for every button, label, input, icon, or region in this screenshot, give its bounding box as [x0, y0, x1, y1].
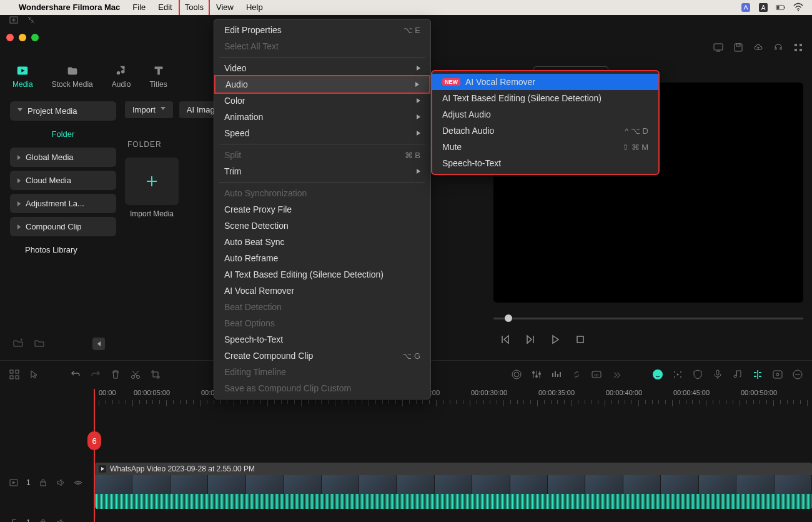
menu-view[interactable]: View: [210, 0, 240, 15]
timeline-clip[interactable]: WhatsApp Video 2023-09-28 at 2.55.00 PM: [95, 463, 812, 509]
svg-text:A: A: [761, 4, 766, 11]
tab-titles[interactable]: Titles: [149, 64, 167, 89]
folder-icon[interactable]: [34, 338, 45, 349]
screen-icon[interactable]: [713, 43, 723, 53]
lock-icon[interactable]: [38, 478, 48, 488]
shield-icon[interactable]: [692, 369, 703, 380]
mi-ai-text-editing-sub[interactable]: AI Text Based Editing (Silence Detection…: [432, 90, 658, 106]
window-traffic-lights[interactable]: [6, 34, 39, 41]
pointer-icon[interactable]: [29, 369, 40, 380]
input-source-icon[interactable]: A: [755, 3, 772, 13]
adjust-icon[interactable]: [531, 369, 542, 380]
menu-file[interactable]: File: [126, 0, 152, 15]
mute-icon[interactable]: [56, 478, 66, 488]
mi-auto-sync: Auto Synchronization: [214, 185, 430, 201]
mi-speech-to-text[interactable]: Speech-to-Text: [214, 331, 430, 348]
svg-rect-8: [714, 44, 723, 50]
stop-icon[interactable]: [575, 334, 586, 345]
mi-video[interactable]: Video: [214, 60, 430, 76]
unlink-icon[interactable]: [26, 15, 36, 25]
import-button[interactable]: Import: [125, 101, 173, 118]
ai-face-icon[interactable]: [652, 369, 663, 380]
menu-tools[interactable]: Tools: [179, 0, 210, 16]
mi-auto-reframe[interactable]: Auto Reframe: [214, 250, 430, 266]
mi-edit-properties[interactable]: Edit Properties⌥ E: [214, 22, 430, 38]
prev-frame-icon[interactable]: [500, 334, 511, 345]
sidebar-project-media[interactable]: Project Media: [10, 101, 116, 121]
sidebar-folder[interactable]: Folder: [10, 124, 116, 144]
wifi-icon[interactable]: [790, 3, 807, 13]
capture-icon[interactable]: [772, 369, 783, 380]
import-media-tile[interactable]: Import Media: [125, 158, 179, 218]
next-frame-icon[interactable]: [525, 334, 536, 345]
scrub-bar[interactable]: [493, 309, 803, 328]
align-icon[interactable]: [752, 369, 763, 380]
app-store-icon[interactable]: [737, 3, 755, 13]
redo-icon[interactable]: [90, 369, 101, 380]
crop-icon[interactable]: [150, 369, 161, 380]
sparkle-icon[interactable]: [672, 369, 683, 380]
music-icon[interactable]: [732, 369, 743, 380]
link-icon[interactable]: [571, 369, 582, 380]
tab-media[interactable]: Media: [12, 64, 33, 89]
mi-speed[interactable]: Speed: [214, 125, 430, 141]
record-icon[interactable]: [511, 369, 522, 380]
mi-detach-audio[interactable]: Detach Audio^ ⌥ D: [432, 123, 658, 139]
mi-ai-vocal-remover[interactable]: AI Vocal Remover: [214, 283, 430, 299]
svg-rect-10: [735, 44, 742, 51]
sidebar-compound-clip[interactable]: Compound Clip: [10, 217, 116, 236]
sidebar-adjustment-layer[interactable]: Adjustment La...: [10, 194, 116, 213]
cut-icon[interactable]: [130, 369, 141, 380]
timeline-ruler[interactable]: 00:00 00:00:05:00 00:00:10:00 00:00:15:0…: [94, 389, 812, 409]
svg-rect-14: [795, 49, 797, 51]
sidebar-global-media[interactable]: Global Media: [10, 148, 116, 167]
clip-name: WhatsApp Video 2023-09-28 at 2.55.00 PM: [110, 464, 255, 473]
add-track-icon[interactable]: [9, 15, 19, 25]
svg-point-27: [132, 376, 135, 379]
mi-audio[interactable]: Audio: [214, 75, 430, 94]
tab-audio[interactable]: Audio: [112, 64, 131, 89]
collapse-icon[interactable]: [92, 338, 105, 350]
sidebar-cloud-media[interactable]: Cloud Media: [10, 171, 116, 190]
new-folder-icon[interactable]: +: [12, 338, 24, 349]
mi-proxy[interactable]: Create Proxy File: [214, 201, 430, 218]
playhead[interactable]: 6: [94, 389, 95, 522]
sidebar-photos-library[interactable]: Photos Library: [10, 240, 116, 259]
tab-stock-media[interactable]: Stock Media: [52, 64, 93, 89]
play-icon[interactable]: [550, 334, 561, 345]
mi-ai-text-editing[interactable]: AI Text Based Editing (Silence Detection…: [214, 266, 430, 283]
app-name[interactable]: Wondershare Filmora Mac: [12, 0, 126, 15]
mi-animation[interactable]: Animation: [214, 109, 430, 125]
grid-icon[interactable]: [9, 369, 20, 380]
mi-mute[interactable]: Mute⇧ ⌘ M: [432, 139, 658, 155]
svg-rect-26: [16, 376, 19, 379]
lock-icon[interactable]: [38, 518, 48, 522]
battery-icon[interactable]: [772, 3, 790, 13]
cloud-icon[interactable]: [753, 43, 763, 53]
cc-icon[interactable]: cc: [591, 369, 602, 380]
timeline-row-header-top: [9, 15, 36, 25]
support-icon[interactable]: [773, 43, 783, 53]
mute-icon[interactable]: [56, 518, 66, 522]
menu-edit[interactable]: Edit: [152, 0, 178, 15]
svg-rect-42: [560, 372, 561, 377]
menu-help[interactable]: Help: [240, 0, 269, 15]
save-icon[interactable]: [733, 43, 743, 53]
undo-icon[interactable]: [70, 369, 81, 380]
mi-speech-to-text-sub[interactable]: Speech-to-Text: [432, 155, 658, 171]
media-sidebar: Project Media Folder Global Media Cloud …: [10, 101, 116, 263]
mi-trim[interactable]: Trim: [214, 163, 430, 179]
mi-scene-detection[interactable]: Scene Detection: [214, 218, 430, 234]
mic-icon[interactable]: [712, 369, 723, 380]
mi-ai-vocal-remover-sub[interactable]: NEWAI Vocal Remover: [432, 74, 658, 90]
mi-auto-beat-sync[interactable]: Auto Beat Sync: [214, 234, 430, 250]
more-icon[interactable]: [611, 369, 622, 380]
eye-icon[interactable]: [73, 478, 83, 488]
mi-create-compound[interactable]: Create Compound Clip⌥ G: [214, 348, 430, 364]
mi-color[interactable]: Color: [214, 93, 430, 109]
zoom-out-icon[interactable]: [792, 369, 803, 380]
mi-adjust-audio[interactable]: Adjust Audio: [432, 106, 658, 123]
equalizer-icon[interactable]: [551, 369, 562, 380]
delete-icon[interactable]: [110, 369, 121, 380]
grid-icon[interactable]: [793, 43, 803, 53]
